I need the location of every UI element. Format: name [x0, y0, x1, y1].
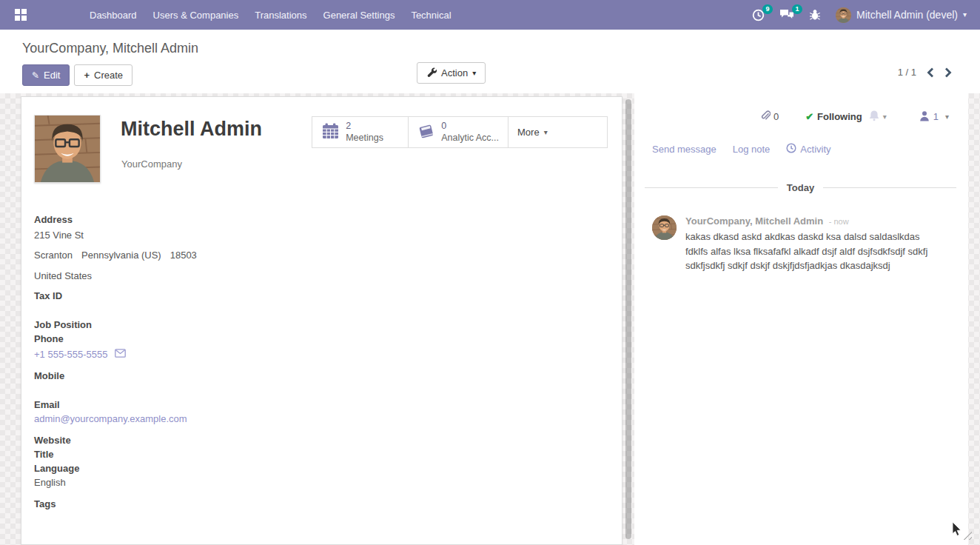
email-label: Email	[34, 399, 345, 410]
partner-company-link[interactable]: YourCompany	[121, 158, 182, 170]
activity-label: Activity	[800, 144, 830, 155]
chevron-down-icon: ▾	[945, 113, 949, 121]
more-label: More	[517, 127, 540, 138]
chatter-message: YourCompany, Mitchell Admin - now kakas …	[634, 193, 968, 273]
phone-label: Phone	[34, 333, 345, 344]
tags-label: Tags	[34, 498, 345, 509]
attachments-count: 0	[773, 111, 779, 122]
person-icon	[919, 110, 930, 124]
menu-item-users-companies[interactable]: Users & Companies	[145, 0, 247, 30]
pager: 1 / 1	[898, 67, 952, 78]
user-name: Mitchell Admin (devel)	[856, 9, 958, 21]
subscription-bell-button[interactable]: ▾	[868, 110, 887, 124]
following-button[interactable]: ✔ Following	[805, 111, 862, 122]
message-author-avatar	[652, 215, 677, 240]
meetings-count: 2	[346, 121, 383, 133]
activity-button[interactable]: Activity	[786, 143, 830, 156]
analytic-accounts-stat-button[interactable]: 0 Analytic Acc...	[409, 117, 509, 147]
more-dropdown-button[interactable]: More ▾	[509, 117, 607, 147]
fields-column: Address 215 Vine St ScrantonPennsylvania…	[34, 214, 345, 509]
book-icon	[417, 123, 435, 142]
pager-next-icon[interactable]	[944, 67, 952, 78]
messages-badge: 1	[792, 4, 802, 14]
analytic-label: Analytic Acc...	[441, 133, 499, 144]
menu-item-general-settings[interactable]: General Settings	[315, 0, 403, 30]
wrench-icon	[426, 67, 437, 79]
chatter-panel: 0 ✔ Following ▾	[634, 93, 968, 545]
analytic-count: 0	[441, 121, 499, 133]
pencil-icon: ✎	[32, 70, 39, 81]
tax-id-label: Tax ID	[34, 290, 345, 301]
plus-icon: +	[84, 70, 90, 81]
address-label: Address	[34, 214, 345, 225]
mouse-cursor	[952, 522, 962, 539]
chevron-down-icon: ▾	[472, 70, 476, 77]
breadcrumb[interactable]: YourCompany, Mitchell Admin	[22, 41, 198, 56]
language-value: English	[34, 477, 345, 488]
stat-button-box: 2 Meetings	[312, 116, 608, 148]
menu-item-dashboard[interactable]: Dashboard	[81, 0, 145, 30]
create-button-label: Create	[94, 70, 123, 81]
debug-bug-icon[interactable]	[809, 9, 821, 21]
phone-link[interactable]: +1 555-555-5555	[34, 349, 107, 360]
chevron-down-icon: ▾	[883, 113, 887, 121]
sms-envelope-icon[interactable]	[115, 349, 126, 360]
mobile-label: Mobile	[34, 370, 345, 381]
date-divider-label: Today	[787, 182, 814, 193]
chevron-down-icon: ▾	[963, 11, 967, 19]
address-city: Scranton	[34, 250, 73, 261]
control-panel: YourCompany, Mitchell Admin ✎ Edit + Cre…	[0, 30, 980, 93]
partner-photo[interactable]	[34, 115, 101, 183]
user-avatar	[836, 7, 851, 23]
followers-count: 1	[933, 111, 939, 122]
address-zip: 18503	[170, 250, 197, 261]
action-button-label: Action	[441, 67, 468, 78]
email-link[interactable]: admin@yourcompany.example.com	[34, 413, 187, 424]
attachments-button[interactable]: 0	[760, 110, 779, 124]
address-city-line: ScrantonPennsylvania (US)18503	[34, 250, 345, 261]
message-timestamp: - now	[829, 217, 849, 226]
activity-clock-icon	[786, 143, 796, 156]
address-country: United States	[34, 270, 345, 281]
address-state: Pennsylvania (US)	[81, 250, 161, 261]
top-navbar: Dashboard Users & Companies Translations…	[0, 0, 980, 30]
form-view-container: Mitchell Admin YourCompany	[0, 93, 980, 545]
date-divider: Today	[645, 182, 956, 193]
followers-button[interactable]: 1 ▾	[919, 110, 949, 124]
bell-icon	[868, 110, 880, 124]
messages-chat-icon[interactable]: 1	[779, 9, 794, 21]
action-dropdown-button[interactable]: Action ▾	[417, 62, 486, 84]
form-sheet: Mitchell Admin YourCompany	[21, 96, 622, 545]
systray: 9 1 Mitchell Admin (devel) ▾	[752, 7, 967, 23]
message-author[interactable]: YourCompany, Mitchell Admin	[685, 215, 823, 227]
chevron-down-icon: ▾	[544, 129, 548, 136]
sheet-scrollbar[interactable]	[625, 99, 631, 539]
title-label: Title	[34, 449, 345, 460]
paperclip-icon	[760, 110, 771, 124]
user-menu[interactable]: Mitchell Admin (devel) ▾	[836, 7, 967, 23]
meetings-stat-button[interactable]: 2 Meetings	[312, 117, 409, 147]
create-button[interactable]: + Create	[74, 64, 132, 86]
activities-clock-icon[interactable]: 9	[752, 9, 765, 21]
pager-value: 1 / 1	[898, 67, 916, 78]
menu-item-technical[interactable]: Technical	[403, 0, 459, 30]
website-label: Website	[34, 435, 345, 446]
menu-item-translations[interactable]: Translations	[246, 0, 315, 30]
meetings-label: Meetings	[346, 133, 383, 144]
check-icon: ✔	[805, 111, 813, 122]
main-menu: Dashboard Users & Companies Translations…	[81, 0, 460, 30]
address-street: 215 Vine St	[34, 230, 345, 241]
edit-button-label: Edit	[44, 70, 60, 81]
calendar-icon	[321, 122, 340, 142]
log-note-button[interactable]: Log note	[733, 144, 771, 155]
pager-previous-icon[interactable]	[927, 67, 934, 78]
send-message-button[interactable]: Send message	[652, 144, 716, 155]
language-label: Language	[34, 463, 345, 474]
partner-name: Mitchell Admin	[121, 118, 262, 141]
job-position-label: Job Position	[34, 319, 345, 330]
message-body: kakas dkasd askd akdkas daskd ksa dalsd …	[685, 230, 936, 273]
following-label: Following	[817, 111, 862, 122]
activities-badge: 9	[762, 4, 773, 14]
edit-button[interactable]: ✎ Edit	[22, 64, 70, 86]
apps-menu-icon[interactable]	[6, 0, 36, 30]
